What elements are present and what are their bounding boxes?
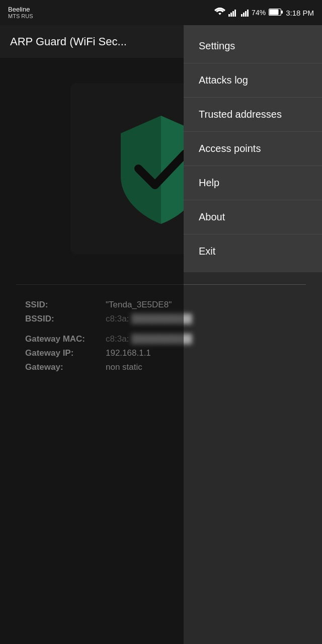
menu-item-help-label: Help <box>199 177 219 189</box>
status-bar: Beeline MTS RUS 74% <box>0 0 322 25</box>
status-icons: 74% 3:18 PM <box>214 8 314 18</box>
menu-item-trusted-addresses[interactable]: Trusted addresses <box>184 98 322 132</box>
menu-item-attacks-log[interactable]: Attacks log <box>184 63 322 98</box>
status-time: 3:18 PM <box>286 9 314 17</box>
wifi-icon <box>214 8 225 18</box>
svg-rect-2 <box>270 9 279 15</box>
menu-item-about[interactable]: About <box>184 200 322 234</box>
carrier-sub: MTS RUS <box>8 13 33 20</box>
menu-item-exit-label: Exit <box>199 246 215 257</box>
carrier-info: Beeline MTS RUS <box>8 6 33 20</box>
carrier-name: Beeline <box>8 6 33 14</box>
menu-item-exit[interactable]: Exit <box>184 234 322 268</box>
app-title: ARP Guard (WiFi Sec... <box>10 35 127 48</box>
menu-item-trusted-addresses-label: Trusted addresses <box>199 109 282 120</box>
menu-item-help[interactable]: Help <box>184 166 322 200</box>
svg-rect-1 <box>281 11 283 14</box>
menu-item-settings-label: Settings <box>199 40 235 52</box>
menu-item-access-points[interactable]: Access points <box>184 132 322 166</box>
signal-icon-2 <box>241 9 249 17</box>
menu-item-access-points-label: Access points <box>199 143 261 154</box>
battery-percent: 74% <box>252 9 266 17</box>
menu-item-attacks-log-label: Attacks log <box>199 74 248 86</box>
signal-icon-1 <box>228 9 236 17</box>
menu-item-settings[interactable]: Settings <box>184 29 322 63</box>
menu-item-about-label: About <box>199 211 225 223</box>
overlay-dim[interactable] <box>0 58 184 644</box>
dropdown-menu: Settings Attacks log Trusted addresses A… <box>184 25 322 272</box>
battery-icon <box>269 9 283 17</box>
